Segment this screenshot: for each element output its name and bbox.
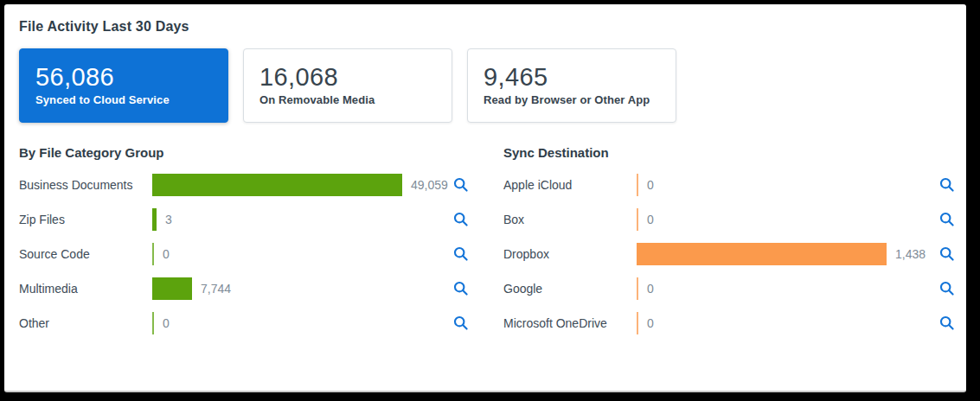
chart-title: Sync Destination xyxy=(503,145,955,160)
bar-area: 0 xyxy=(152,312,402,334)
stat-card-removable-media[interactable]: 16,068 On Removable Media xyxy=(243,48,452,123)
bar-row-label: Microsoft OneDrive xyxy=(503,316,637,330)
stat-card-value: 16,068 xyxy=(259,63,436,91)
bar-area: 0 xyxy=(637,277,887,300)
bar-value: 1,438 xyxy=(895,247,926,261)
bar-row-label: Other xyxy=(19,316,152,330)
bar-value: 0 xyxy=(647,213,654,226)
bar-area: 1,438 xyxy=(637,243,887,265)
bar-value: 49,059 xyxy=(411,178,448,192)
search-icon[interactable] xyxy=(453,281,469,296)
bar-area: 49,059 xyxy=(152,174,402,196)
file-category-chart: By File Category Group Business Document… xyxy=(19,145,469,341)
bar-row: Multimedia 7,744 xyxy=(19,271,469,306)
chart-rows: Apple iCloud 0 Box 0 Dropbox 1 xyxy=(503,168,955,341)
bar-value: 0 xyxy=(163,247,170,261)
search-icon[interactable] xyxy=(453,246,469,262)
bar-area: 0 xyxy=(637,312,887,334)
bar-row: Google 0 xyxy=(503,271,955,306)
bar-row-label: Multimedia xyxy=(19,282,152,296)
bar-row-label: Google xyxy=(503,282,637,296)
stat-cards-row: 56,086 Synced to Cloud Service 16,068 On… xyxy=(19,48,955,123)
bar-area: 3 xyxy=(152,208,402,231)
stat-card-synced-to-cloud[interactable]: 56,086 Synced to Cloud Service xyxy=(19,48,228,123)
bar-row: Zip Files 3 xyxy=(19,202,469,237)
bar-area: 0 xyxy=(637,208,887,231)
stat-card-label: Synced to Cloud Service xyxy=(35,93,212,106)
bar-value: 7,744 xyxy=(201,282,231,296)
bar-area: 0 xyxy=(637,174,887,196)
bar-area: 7,744 xyxy=(152,277,402,300)
bar xyxy=(637,312,638,334)
bar-row: Other 0 xyxy=(19,306,469,341)
bar-value: 0 xyxy=(163,316,170,330)
bar xyxy=(152,312,154,334)
search-icon[interactable] xyxy=(939,281,955,296)
page-title: File Activity Last 30 Days xyxy=(19,19,955,35)
bar-value: 0 xyxy=(647,316,654,330)
stat-card-value: 56,086 xyxy=(35,63,212,91)
search-icon[interactable] xyxy=(453,315,469,331)
search-icon[interactable] xyxy=(939,212,955,227)
bar-row: Box 0 xyxy=(503,202,955,237)
bar-row-label: Apple iCloud xyxy=(503,178,637,192)
bar xyxy=(152,174,402,196)
bar-value: 0 xyxy=(647,282,654,296)
bar-row-label: Dropbox xyxy=(503,247,637,261)
bar-value: 3 xyxy=(165,213,172,226)
bar xyxy=(637,208,638,231)
bar xyxy=(152,277,192,300)
bar-row-label: Box xyxy=(503,213,637,226)
search-icon[interactable] xyxy=(939,177,955,193)
search-icon[interactable] xyxy=(453,177,469,193)
bar xyxy=(637,243,887,265)
bar-row: Dropbox 1,438 xyxy=(503,237,955,271)
chart-rows: Business Documents 49,059 Zip Files 3 So… xyxy=(19,168,469,341)
bar xyxy=(152,208,157,231)
stat-card-value: 9,465 xyxy=(484,63,660,91)
bar-row-label: Business Documents xyxy=(19,178,152,192)
sync-destination-chart: Sync Destination Apple iCloud 0 Box 0 xyxy=(503,145,955,341)
bar-row: Business Documents 49,059 xyxy=(19,168,469,202)
bar-row: Source Code 0 xyxy=(19,237,469,271)
search-icon[interactable] xyxy=(453,212,469,227)
stat-card-label: On Removable Media xyxy=(259,93,436,106)
bar-row: Apple iCloud 0 xyxy=(503,168,955,202)
chart-title: By File Category Group xyxy=(19,145,469,160)
bar xyxy=(637,277,638,300)
bar-row-label: Zip Files xyxy=(19,213,152,226)
bar-value: 0 xyxy=(647,178,654,192)
stat-card-read-by-browser[interactable]: 9,465 Read by Browser or Other App xyxy=(467,48,676,123)
bar xyxy=(152,243,154,265)
bar-row: Microsoft OneDrive 0 xyxy=(503,306,955,341)
bar-area: 0 xyxy=(152,243,402,265)
bar xyxy=(637,174,638,196)
bar-row-label: Source Code xyxy=(19,247,152,261)
charts-section: By File Category Group Business Document… xyxy=(19,145,955,341)
file-activity-panel: File Activity Last 30 Days 56,086 Synced… xyxy=(4,4,966,392)
search-icon[interactable] xyxy=(939,315,955,331)
stat-card-label: Read by Browser or Other App xyxy=(484,93,660,106)
search-icon[interactable] xyxy=(939,246,955,262)
